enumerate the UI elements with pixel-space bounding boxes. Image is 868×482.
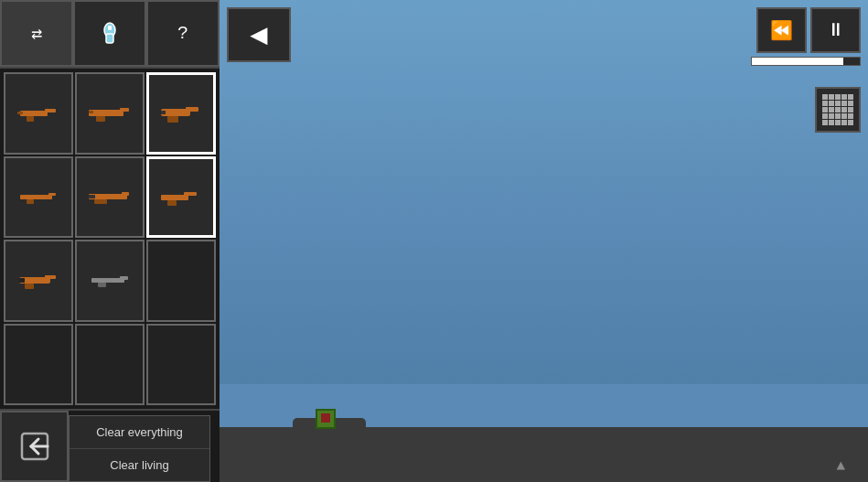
svg-rect-28 xyxy=(19,278,25,283)
grid-dot xyxy=(848,94,853,100)
svg-rect-7 xyxy=(89,110,123,116)
game-area: ◀ ⏪ ⏸ xyxy=(220,0,868,482)
grid-dot xyxy=(822,120,828,125)
grid-cell-8[interactable] xyxy=(75,240,145,322)
svg-rect-6 xyxy=(17,112,23,114)
svg-rect-19 xyxy=(122,192,129,196)
grid-cell-6[interactable] xyxy=(146,156,216,239)
svg-rect-29 xyxy=(91,278,124,283)
back-icon: ◀ xyxy=(250,16,267,53)
grid-toggle-button[interactable] xyxy=(815,87,861,133)
game-character xyxy=(316,409,336,429)
pause-button[interactable]: ⏸ xyxy=(810,7,861,53)
ground xyxy=(220,427,868,482)
grid-dot xyxy=(829,120,834,125)
grid-dot xyxy=(841,113,847,119)
svg-rect-26 xyxy=(45,275,56,279)
svg-rect-31 xyxy=(98,283,106,287)
top-controls: ⏪ ⏸ xyxy=(751,7,861,66)
svg-rect-13 xyxy=(167,116,178,123)
weapon-icon-7 xyxy=(16,269,61,292)
svg-rect-23 xyxy=(184,192,197,196)
swap-icon: ⇄ xyxy=(31,22,42,45)
svg-rect-3 xyxy=(20,111,48,116)
weapon-icon-3 xyxy=(158,102,204,124)
clear-living-button[interactable]: Clear living xyxy=(70,449,209,481)
grid-dot xyxy=(829,113,834,119)
weapon-icon-2 xyxy=(87,102,133,124)
weapon-icon-6 xyxy=(158,186,204,209)
rewind-icon: ⏪ xyxy=(770,19,793,42)
svg-rect-14 xyxy=(161,111,166,114)
app: ⇄ ? xyxy=(0,0,868,482)
grid-cell-2[interactable] xyxy=(75,72,145,155)
svg-rect-20 xyxy=(94,199,107,204)
grid-cell-10[interactable] xyxy=(4,324,73,406)
grid-dot xyxy=(841,94,847,100)
weapon-icon-4 xyxy=(16,186,61,209)
ground-arrow-indicator: ▲ xyxy=(836,458,845,475)
progress-bar-container xyxy=(751,57,861,66)
grid-dot xyxy=(822,113,828,119)
clear-everything-button[interactable]: Clear everything xyxy=(70,416,209,449)
pause-icon: ⏸ xyxy=(827,19,845,41)
exit-button[interactable] xyxy=(0,411,69,482)
svg-rect-10 xyxy=(89,111,93,113)
grid-dot xyxy=(829,107,834,112)
exit-icon xyxy=(18,430,51,463)
svg-rect-5 xyxy=(27,116,34,122)
save-button[interactable] xyxy=(73,0,146,67)
grid-dot xyxy=(848,107,853,112)
svg-rect-15 xyxy=(20,195,52,199)
svg-rect-21 xyxy=(89,195,95,198)
context-menu: Clear everything Clear living xyxy=(69,415,210,482)
grid-dot xyxy=(835,113,841,119)
character-inner xyxy=(321,413,330,423)
grid-cell-7[interactable] xyxy=(4,240,73,322)
grid-cell-1[interactable] xyxy=(4,72,73,155)
svg-rect-1 xyxy=(106,34,113,43)
grid-dot xyxy=(822,94,828,100)
save-icon xyxy=(97,21,123,47)
grid-cell-9[interactable] xyxy=(146,240,216,322)
back-button[interactable]: ◀ xyxy=(227,7,291,62)
grid-cell-11[interactable] xyxy=(75,324,145,406)
media-controls: ⏪ ⏸ xyxy=(756,7,861,53)
help-button[interactable]: ? xyxy=(146,0,220,67)
grid-cell-12[interactable] xyxy=(146,324,216,406)
rewind-button[interactable]: ⏪ xyxy=(756,7,807,53)
item-grid xyxy=(0,69,220,409)
svg-rect-17 xyxy=(27,199,34,204)
question-icon: ? xyxy=(177,23,188,44)
weapon-icon-1 xyxy=(16,102,61,124)
weapon-icon-8 xyxy=(87,269,133,292)
svg-rect-8 xyxy=(120,108,129,112)
grid-icon xyxy=(822,94,853,125)
svg-rect-16 xyxy=(48,193,56,196)
grid-cell-4[interactable] xyxy=(4,156,73,239)
grid-dot xyxy=(835,120,841,125)
grid-dot xyxy=(835,94,841,100)
svg-rect-27 xyxy=(25,284,34,289)
left-panel: ⇄ ? xyxy=(0,0,220,482)
grid-dot xyxy=(841,120,847,125)
grid-cell-3[interactable] xyxy=(146,72,216,155)
grid-dot xyxy=(822,101,828,106)
swap-button[interactable]: ⇄ xyxy=(0,0,73,67)
grid-dot xyxy=(841,101,847,106)
progress-bar xyxy=(752,58,843,65)
grid-dot xyxy=(848,113,853,119)
grid-dot xyxy=(829,94,834,100)
svg-rect-12 xyxy=(186,107,198,112)
svg-rect-30 xyxy=(120,276,128,280)
grid-cell-5[interactable] xyxy=(75,156,145,239)
svg-rect-9 xyxy=(96,116,105,122)
svg-rect-24 xyxy=(167,200,177,206)
grid-dot xyxy=(841,107,847,112)
grid-dot xyxy=(829,101,834,106)
grid-dot xyxy=(848,101,853,106)
svg-rect-2 xyxy=(108,26,112,30)
grid-dot xyxy=(835,107,841,112)
grid-dot xyxy=(848,120,853,125)
weapon-icon-5 xyxy=(87,186,133,209)
